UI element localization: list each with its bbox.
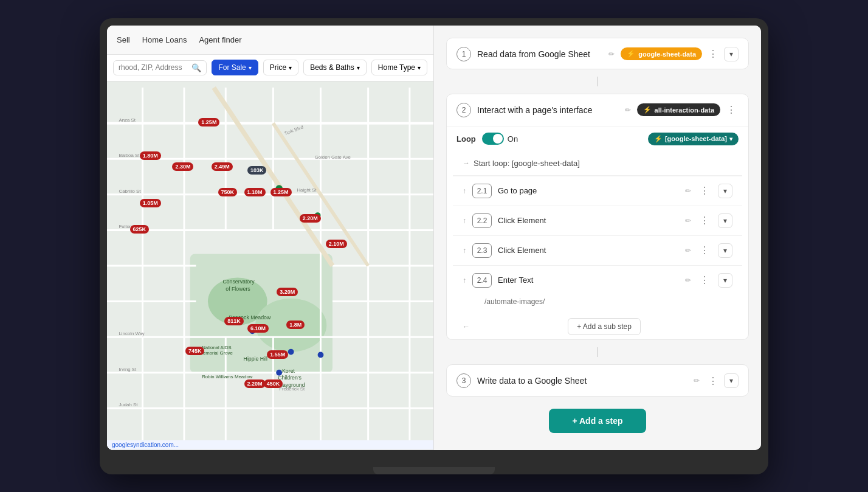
sub-step-2-1-more[interactable]: ⋮ bbox=[697, 184, 712, 198]
price-tag-12[interactable]: 3.20M bbox=[277, 288, 298, 296]
loop-box: → Start loop: [google-sheet-data] ↑ 2.1 … bbox=[453, 151, 742, 341]
loop-toggle[interactable] bbox=[482, 133, 504, 145]
svg-text:Anza St: Anza St bbox=[119, 117, 136, 122]
loop-tag-chevron: ▾ bbox=[729, 136, 732, 142]
svg-text:Hippie Hill: Hippie Hill bbox=[244, 356, 268, 362]
sub-step-2-3-collapse[interactable]: ▾ bbox=[718, 243, 732, 258]
sub-step-2-1: ↑ 2.1 Go to page ✏ ⋮ ▾ bbox=[453, 176, 742, 206]
svg-text:Robin Williams Meadow: Robin Williams Meadow bbox=[202, 374, 253, 379]
svg-point-33 bbox=[288, 348, 294, 355]
chevron-down-icon: ▾ bbox=[723, 217, 727, 225]
price-tag-3[interactable]: 2.49M bbox=[212, 162, 233, 171]
price-tag-11[interactable]: 2.10M bbox=[326, 240, 347, 248]
map-container: Anza St Balboa St Cabrillo St Fulton St … bbox=[107, 81, 433, 450]
filter-for-sale[interactable]: For Sale ▾ bbox=[212, 60, 258, 75]
svg-text:of Flowers: of Flowers bbox=[226, 286, 250, 292]
sub-step-2-4-up[interactable]: ↑ bbox=[463, 276, 466, 285]
step-3-card: 3 Write data to a Google Sheet ✏ ⋮ ▾ bbox=[446, 364, 749, 397]
sub-step-2-2-collapse[interactable]: ▾ bbox=[718, 213, 732, 228]
price-tag-7[interactable]: 1.10M bbox=[244, 188, 266, 196]
nav-agent-finder[interactable]: Agent finder bbox=[199, 35, 241, 44]
sub-step-2-2-more[interactable]: ⋮ bbox=[697, 213, 712, 227]
price-tag-9[interactable]: 625K bbox=[130, 225, 150, 234]
search-input[interactable] bbox=[119, 63, 188, 72]
price-tag-15[interactable]: 1.8M bbox=[286, 320, 305, 329]
loop-header: → Start loop: [google-sheet-data] bbox=[453, 151, 742, 176]
sub-step-2-4-edit[interactable]: ✏ bbox=[685, 276, 691, 285]
price-tag-2[interactable]: 2.30M bbox=[172, 162, 193, 171]
svg-text:Golden Gate Ave: Golden Gate Ave bbox=[315, 154, 351, 160]
price-tag-0[interactable]: 1.25M bbox=[198, 118, 219, 126]
sub-step-2-1-edit[interactable]: ✏ bbox=[685, 187, 691, 195]
step-1-collapse[interactable]: ▾ bbox=[724, 47, 739, 61]
add-sub-step-row: ← + Add a sub step bbox=[453, 312, 742, 341]
step-1-tag-label: google-sheet-data bbox=[638, 50, 696, 58]
svg-text:Turk Blvd: Turk Blvd bbox=[284, 124, 305, 136]
step-3-edit-icon[interactable]: ✏ bbox=[694, 376, 700, 385]
price-tag-16[interactable]: 745K bbox=[185, 347, 205, 355]
sub-step-2-1-collapse[interactable]: ▾ bbox=[718, 184, 732, 198]
workflow-panel: 1 Read data from Google Sheet ✏ ⚡ google… bbox=[434, 26, 761, 450]
filter-home-type[interactable]: Home Type ▾ bbox=[371, 60, 427, 75]
step-1-more[interactable]: ⋮ bbox=[706, 47, 720, 61]
nav-home-loans[interactable]: Home Loans bbox=[142, 35, 187, 44]
svg-text:Haight St: Haight St bbox=[297, 187, 317, 192]
step-2-card: 2 Interact with a page's interface ✏ ⚡ a… bbox=[446, 94, 749, 341]
sub-step-2-3-edit[interactable]: ✏ bbox=[685, 246, 691, 255]
chevron-down-icon: ▾ bbox=[357, 64, 360, 71]
price-tag-14[interactable]: 6.10M bbox=[247, 324, 269, 333]
svg-text:Irving St: Irving St bbox=[119, 366, 137, 372]
search-icon: 🔍 bbox=[191, 63, 201, 72]
screen: Sell Home Loans Agent finder 🔍 For Sale … bbox=[107, 26, 761, 450]
svg-text:Lincoln Way: Lincoln Way bbox=[119, 331, 145, 336]
add-sub-step-button[interactable]: + Add a sub step bbox=[568, 318, 641, 335]
search-input-container: 🔍 bbox=[113, 60, 207, 75]
sub-step-2-1-num: 2.1 bbox=[472, 184, 492, 198]
step-3-collapse[interactable]: ▾ bbox=[724, 373, 739, 388]
step-2-tag[interactable]: ⚡ all-interaction-data bbox=[637, 103, 720, 116]
svg-text:National AIDS: National AIDS bbox=[202, 344, 232, 350]
step-1-number: 1 bbox=[456, 47, 471, 61]
sub-step-2-3-more[interactable]: ⋮ bbox=[697, 243, 712, 257]
filter-price[interactable]: Price ▾ bbox=[263, 60, 298, 75]
filter-beds-baths[interactable]: Beds & Baths ▾ bbox=[303, 60, 367, 75]
price-tag-6[interactable]: 750K bbox=[218, 188, 238, 196]
step-2-more[interactable]: ⋮ bbox=[724, 103, 739, 117]
price-tag-10[interactable]: 2.20M bbox=[300, 214, 321, 223]
loop-tag[interactable]: ⚡ [google-sheet-data] ▾ bbox=[648, 133, 739, 145]
step-3-title: Write data to a Google Sheet bbox=[477, 376, 687, 386]
step-3-header: 3 Write data to a Google Sheet ✏ ⋮ ▾ bbox=[447, 365, 748, 397]
chevron-down-icon: ▾ bbox=[289, 64, 292, 71]
price-tag-19[interactable]: 450K bbox=[264, 379, 283, 388]
loop-tag-icon: ⚡ bbox=[654, 135, 663, 143]
chevron-down-icon: ▾ bbox=[729, 376, 733, 385]
add-step-button[interactable]: + Add a step bbox=[549, 409, 646, 433]
sub-step-2-4-more[interactable]: ⋮ bbox=[697, 273, 712, 287]
price-tag-18[interactable]: 2.20M bbox=[244, 379, 266, 388]
step-2-tag-label: all-interaction-data bbox=[655, 106, 714, 114]
step-1-edit-icon[interactable]: ✏ bbox=[608, 50, 615, 58]
sub-step-2-1-up[interactable]: ↑ bbox=[463, 187, 466, 195]
svg-point-35 bbox=[318, 352, 324, 358]
price-tag-1[interactable]: 1.80M bbox=[140, 151, 161, 160]
loop-tag-label: [google-sheet-data] bbox=[665, 135, 727, 142]
price-tag-8[interactable]: 1.25M bbox=[270, 188, 292, 196]
sub-step-2-3-up[interactable]: ↑ bbox=[463, 246, 466, 255]
sub-step-2-4-collapse[interactable]: ▾ bbox=[718, 273, 732, 288]
step-1-card: 1 Read data from Google Sheet ✏ ⚡ google… bbox=[446, 38, 749, 70]
price-tag-13[interactable]: 811K bbox=[224, 317, 244, 325]
price-tag-17[interactable]: 1.55M bbox=[267, 350, 288, 359]
toggle-container: On bbox=[482, 133, 518, 145]
step-1-tag[interactable]: ⚡ google-sheet-data bbox=[621, 47, 702, 60]
sub-step-2-2-up[interactable]: ↑ bbox=[463, 217, 466, 225]
price-tag-5[interactable]: 1.05M bbox=[140, 199, 161, 207]
sub-step-2-2-edit[interactable]: ✏ bbox=[685, 217, 691, 225]
step-2-edit-icon[interactable]: ✏ bbox=[625, 106, 631, 114]
price-tag-4[interactable]: 103K bbox=[247, 166, 267, 175]
svg-text:Judah St: Judah St bbox=[119, 402, 139, 407]
nav-sell[interactable]: Sell bbox=[117, 35, 130, 44]
sub-step-2-4-value: /automate-images/ bbox=[453, 295, 742, 312]
step-3-more[interactable]: ⋮ bbox=[706, 374, 720, 388]
svg-text:Koret: Koret bbox=[282, 367, 295, 373]
sub-step-2-4: ↑ 2.4 Enter Text ✏ ⋮ ▾ /automate-images/ bbox=[453, 265, 742, 312]
